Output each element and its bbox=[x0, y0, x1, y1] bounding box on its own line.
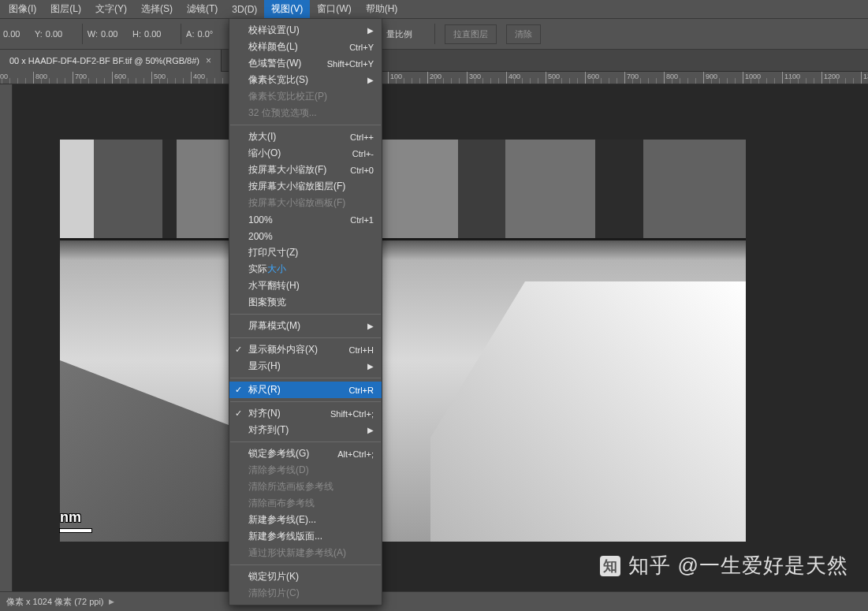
menu-item-label: 色域警告(W) bbox=[248, 57, 301, 70]
status-bar[interactable]: 像素 x 1024 像素 (72 ppi) ▶ bbox=[0, 591, 868, 611]
menu-item-label: 200% bbox=[248, 231, 273, 242]
menu-item[interactable]: 校样设置(U)▶ bbox=[229, 22, 382, 39]
h-field[interactable]: H:0.00 bbox=[132, 29, 168, 39]
x-value: 0.00 bbox=[3, 29, 27, 39]
menu-item-label: 对齐到(T) bbox=[248, 423, 289, 437]
clear-button[interactable]: 清除 bbox=[506, 24, 541, 44]
w-value: 0.00 bbox=[101, 29, 125, 39]
menu-view[interactable]: 视图(V) bbox=[264, 0, 310, 19]
menu-item-label: 锁定参考线(G) bbox=[248, 447, 309, 460]
menu-window[interactable]: 窗口(W) bbox=[310, 0, 358, 19]
menu-item[interactable]: 锁定切片(K) bbox=[229, 568, 382, 585]
menu-item-label: 按屏幕大小缩放画板(F) bbox=[248, 196, 345, 210]
chevron-right-icon: ▶ bbox=[367, 26, 374, 35]
menu-item: 按屏幕大小缩放画板(F) bbox=[229, 195, 382, 211]
menu-item[interactable]: 像素长宽比(S)▶ bbox=[229, 72, 382, 88]
menu-layer[interactable]: 图层(L) bbox=[43, 0, 88, 19]
a-field[interactable]: A:0.0° bbox=[186, 29, 221, 39]
menu-item-label: 显示(H) bbox=[248, 360, 281, 373]
shortcut-label: Shift+Ctrl+Y bbox=[318, 59, 374, 69]
menu-item[interactable]: 新建参考线(E)... bbox=[229, 512, 382, 528]
menu-item[interactable]: 图案预览 bbox=[229, 294, 382, 311]
horizontal-ruler[interactable]: 9008007006005004003002001000100200300400… bbox=[0, 72, 868, 84]
menu-item[interactable]: 100%Ctrl+1 bbox=[229, 211, 382, 228]
menu-item-label: 清除参考线(D) bbox=[248, 464, 309, 477]
document-tab[interactable]: 00 x HAADF-DF4-DF2-BF BF.tif @ 50%(RGB/8… bbox=[0, 50, 222, 72]
separator bbox=[434, 24, 435, 44]
menu-divider bbox=[230, 125, 381, 125]
menu-item-label: 标尺(R) bbox=[248, 383, 281, 397]
menu-item[interactable]: 新建参考线版面... bbox=[229, 528, 382, 545]
menu-item[interactable]: 色域警告(W)Shift+Ctrl+Y bbox=[229, 55, 382, 72]
menu-item-label: 放大(I) bbox=[248, 130, 276, 143]
document-image: nm bbox=[60, 140, 746, 542]
watermark-text: 知乎 @一生爱好是天然 bbox=[628, 552, 848, 579]
menu-3d[interactable]: 3D(D) bbox=[225, 1, 264, 18]
menu-item-label: 32 位预览选项... bbox=[248, 106, 317, 120]
menu-image[interactable]: 图像(I) bbox=[2, 0, 43, 19]
scale-bar bbox=[60, 529, 91, 532]
menu-divider bbox=[230, 337, 381, 338]
menu-item[interactable]: 缩小(O)Ctrl+- bbox=[229, 145, 382, 162]
menu-item[interactable]: 按屏幕大小缩放(F)Ctrl+0 bbox=[229, 162, 382, 178]
menu-divider bbox=[230, 441, 381, 442]
y-label: Y: bbox=[35, 29, 43, 39]
menu-item-label: 清除所选画板参考线 bbox=[248, 480, 333, 494]
menu-item-label: 清除画布参考线 bbox=[248, 497, 315, 510]
menu-item-label: 按屏幕大小缩放(F) bbox=[248, 163, 326, 177]
menu-divider bbox=[230, 401, 381, 402]
w-field[interactable]: W:0.00 bbox=[88, 29, 125, 39]
tab-title: 00 x HAADF-DF4-DF2-BF BF.tif @ 50%(RGB/8… bbox=[9, 56, 199, 65]
chevron-right-icon: ▶ bbox=[367, 322, 374, 330]
menu-item[interactable]: 屏幕模式(M)▶ bbox=[229, 318, 382, 334]
h-value: 0.00 bbox=[144, 29, 168, 39]
image-divider bbox=[60, 238, 746, 240]
menu-item[interactable]: 显示(H)▶ bbox=[229, 358, 382, 374]
options-bar: 0.00 Y:0.00 W:0.00 H:0.00 A:0.0° 量比例 拉直图… bbox=[0, 18, 868, 50]
menu-filter[interactable]: 滤镜(T) bbox=[180, 0, 225, 19]
menu-item[interactable]: 打印尺寸(Z) bbox=[229, 244, 382, 261]
menu-item[interactable]: 200% bbox=[229, 228, 382, 244]
menu-select[interactable]: 选择(S) bbox=[134, 0, 180, 19]
menu-item[interactable]: 锁定参考线(G)Alt+Ctrl+; bbox=[229, 445, 382, 462]
menu-item: 通过形状新建参考线(A) bbox=[229, 545, 382, 561]
menu-item[interactable]: ✓标尺(R)Ctrl+R bbox=[229, 382, 382, 398]
menu-item[interactable]: 对齐到(T)▶ bbox=[229, 422, 382, 438]
w-label: W: bbox=[88, 29, 98, 39]
menu-item[interactable]: 按屏幕大小缩放图层(F) bbox=[229, 178, 382, 195]
zhihu-logo-icon: 知 bbox=[600, 556, 620, 576]
check-icon: ✓ bbox=[235, 408, 242, 419]
menu-item-label: 实际大小 bbox=[248, 263, 286, 276]
separator bbox=[82, 24, 83, 44]
close-icon[interactable]: × bbox=[206, 55, 211, 66]
canvas-area[interactable]: nm bbox=[13, 84, 868, 591]
check-icon: ✓ bbox=[235, 345, 242, 355]
separator bbox=[181, 24, 181, 44]
document-tabbar: 00 x HAADF-DF4-DF2-BF BF.tif @ 50%(RGB/8… bbox=[0, 50, 868, 72]
menu-divider bbox=[230, 314, 381, 315]
image-top-strip bbox=[60, 140, 746, 238]
shortcut-label: Ctrl++ bbox=[341, 132, 374, 142]
menu-item[interactable]: ✓对齐(N)Shift+Ctrl+; bbox=[229, 405, 382, 422]
menu-type[interactable]: 文字(Y) bbox=[88, 0, 134, 19]
menu-item: 32 位预览选项... bbox=[229, 105, 382, 121]
menu-item[interactable]: 水平翻转(H) bbox=[229, 278, 382, 294]
menu-item[interactable]: 校样颜色(L)Ctrl+Y bbox=[229, 39, 382, 55]
x-field[interactable]: 0.00 bbox=[3, 29, 27, 39]
menu-help[interactable]: 帮助(H) bbox=[359, 0, 405, 19]
menu-item[interactable]: ✓显示额外内容(X)Ctrl+H bbox=[229, 341, 382, 358]
straighten-button[interactable]: 拉直图层 bbox=[445, 24, 497, 44]
menu-item: 清除切片(C) bbox=[229, 585, 382, 602]
y-field[interactable]: Y:0.00 bbox=[35, 29, 69, 39]
menu-item[interactable]: 实际大小 bbox=[229, 261, 382, 278]
menu-divider bbox=[230, 564, 381, 565]
shortcut-label: Ctrl+Y bbox=[340, 43, 374, 52]
check-icon: ✓ bbox=[235, 385, 242, 395]
menu-item-label: 通过形状新建参考线(A) bbox=[248, 546, 346, 560]
menu-item-label: 按屏幕大小缩放图层(F) bbox=[248, 180, 345, 193]
menu-item[interactable]: 放大(I)Ctrl++ bbox=[229, 129, 382, 145]
scale-text: nm bbox=[60, 509, 81, 526]
chevron-right-icon: ▶ bbox=[367, 426, 374, 434]
vertical-ruler[interactable] bbox=[0, 84, 13, 591]
shortcut-label: Shift+Ctrl+; bbox=[321, 409, 374, 419]
